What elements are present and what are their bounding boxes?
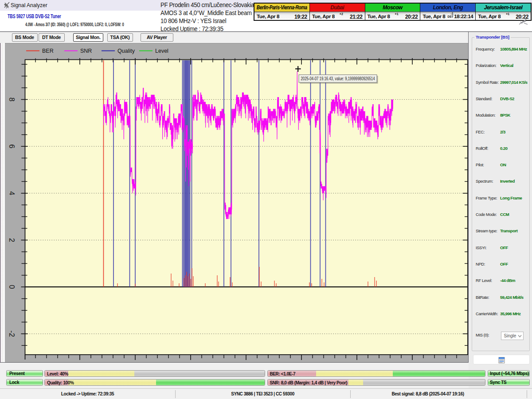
svg-text:4: 4 <box>8 191 16 195</box>
svg-text:-2: -2 <box>8 331 16 337</box>
svg-text:BER: BER <box>42 48 54 54</box>
svg-text:0: 0 <box>8 285 16 289</box>
svg-text:2: 2 <box>8 238 16 242</box>
svg-text:2025-04-07 19.16.43, value: 9,: 2025-04-07 19.16.43, value: 9,1999998092… <box>301 76 375 81</box>
svg-text:SNR: SNR <box>80 48 92 54</box>
svg-text:8: 8 <box>8 98 16 102</box>
svg-text:Quality: Quality <box>117 48 135 54</box>
svg-text:6: 6 <box>8 145 16 149</box>
svg-text:Level: Level <box>155 48 168 54</box>
